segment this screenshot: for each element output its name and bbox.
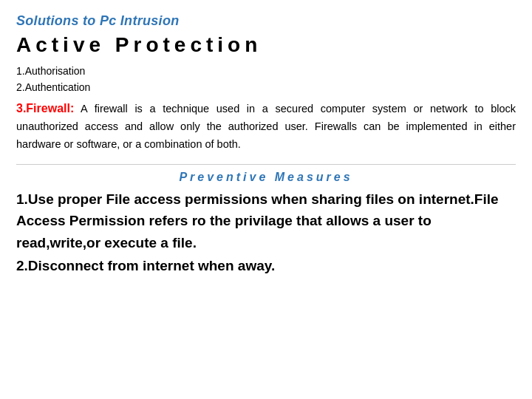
page-title: Solutions to Pc Intrusion	[16, 13, 516, 29]
item-1: 1.Authorisation	[16, 63, 516, 79]
item-2: 2.Authentication	[16, 79, 516, 95]
firewall-label: 3.Firewall:	[16, 102, 74, 115]
firewall-section: 3.Firewall: A firewall is a technique us…	[16, 99, 516, 154]
preventive-heading: Preventive Measures	[16, 171, 516, 184]
preventive-section: Preventive Measures 1.Use proper File ac…	[16, 164, 516, 277]
firewall-body: A firewall is a technique used in a secu…	[16, 103, 516, 150]
page-container: Solutions to Pc Intrusion Active Protect…	[0, 0, 532, 399]
preventive-item-1: 1.Use proper File access permissions whe…	[16, 188, 516, 253]
preventive-item-2: 2.Disconnect from internet when away.	[16, 255, 516, 276]
preventive-body: 1.Use proper File access permissions whe…	[16, 188, 516, 277]
active-protection-heading: Active Protection	[16, 33, 516, 57]
